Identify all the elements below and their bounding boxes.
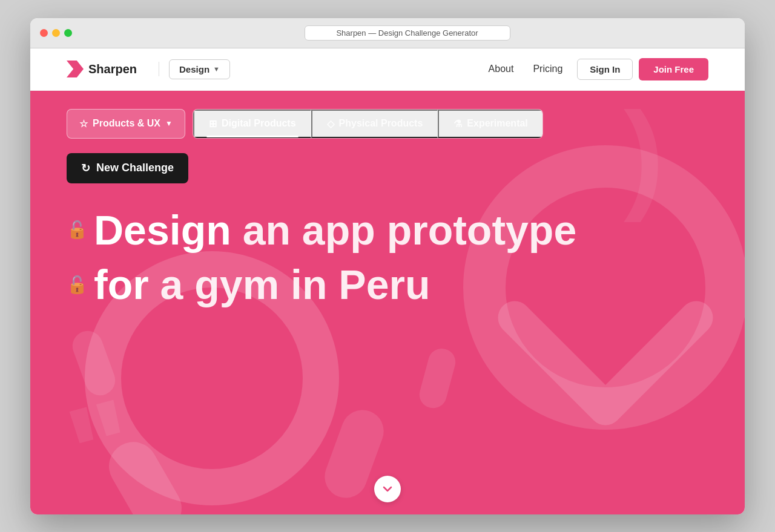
logo-area: Sharpen	[67, 61, 137, 77]
nav-links: About Pricing	[489, 64, 563, 74]
chevron-down-icon: ▼	[213, 65, 220, 73]
scroll-indicator[interactable]	[374, 476, 401, 502]
svg-rect-2	[100, 433, 190, 514]
flask-icon: ⚗	[453, 118, 462, 130]
digital-products-label: Digital Products	[222, 118, 296, 129]
new-challenge-label: New Challenge	[96, 162, 174, 174]
svg-text:": "	[53, 369, 153, 514]
diamond-icon: ◇	[327, 118, 334, 130]
svg-rect-5	[417, 346, 458, 411]
refresh-icon: ↻	[81, 162, 90, 175]
svg-rect-4	[68, 326, 120, 399]
join-free-button[interactable]: Join Free	[639, 58, 708, 80]
logo-text: Sharpen	[88, 62, 137, 76]
physical-products-tab[interactable]: ◇ Physical Products	[311, 110, 438, 138]
design-label: Design	[179, 64, 209, 74]
navbar: Sharpen Design ▼ About Pricing Sign In J…	[30, 48, 745, 91]
traffic-light-yellow[interactable]	[52, 29, 60, 37]
challenge-verb-2: for	[94, 261, 149, 307]
lock-icon-2: 🔓	[67, 275, 88, 295]
physical-products-label: Physical Products	[339, 118, 423, 129]
logo-divider	[159, 62, 159, 76]
experimental-label: Experimental	[467, 118, 527, 129]
products-ux-chevron-icon: ▼	[165, 119, 173, 128]
challenge-verb-1: Design	[94, 207, 231, 253]
browser-window: Sharpen — Design Challenge Generator Sha…	[30, 18, 745, 514]
design-dropdown-button[interactable]: Design ▼	[169, 59, 230, 79]
lock-icon-1: 🔓	[67, 220, 88, 240]
category-tabs: ☆ Products & UX ▼ ⊞ Digital Products ◇ P…	[67, 109, 708, 139]
star-icon: ☆	[79, 118, 88, 130]
digital-products-tab[interactable]: ⊞ Digital Products	[193, 110, 311, 138]
signin-button[interactable]: Sign In	[577, 59, 633, 80]
challenge-rest-1-text: an app prototype	[243, 207, 577, 253]
challenge-line-2-text: for a gym in Peru	[94, 262, 430, 307]
address-bar: Sharpen — Design Challenge Generator	[79, 25, 735, 41]
new-challenge-button[interactable]: ↻ New Challenge	[67, 153, 188, 183]
challenge-line-1: 🔓 Design an app prototype	[67, 208, 708, 253]
experimental-tab[interactable]: ⚗ Experimental	[438, 110, 542, 138]
pricing-link[interactable]: Pricing	[533, 64, 562, 74]
traffic-light-green[interactable]	[64, 29, 72, 37]
browser-chrome: Sharpen — Design Challenge Generator	[30, 18, 745, 48]
main-content: " ) ☆ Products & UX ▼ ⊞ Digital Products…	[30, 91, 745, 514]
chevron-down-icon	[382, 484, 393, 494]
products-ux-label: Products & UX	[93, 118, 160, 129]
logo-icon	[67, 61, 84, 77]
about-link[interactable]: About	[489, 64, 514, 74]
page-title[interactable]: Sharpen — Design Challenge Generator	[305, 25, 510, 41]
products-ux-tab[interactable]: ☆ Products & UX ▼	[67, 109, 185, 139]
grid-icon: ⊞	[209, 118, 217, 130]
challenge-rest-2-text: a gym in Peru	[160, 261, 430, 307]
challenge-line-2: 🔓 for a gym in Peru	[67, 262, 708, 307]
challenge-line-1-text: Design an app prototype	[94, 208, 576, 253]
traffic-lights	[40, 29, 72, 37]
traffic-light-red[interactable]	[40, 29, 48, 37]
tabs-group: ⊞ Digital Products ◇ Physical Products ⚗…	[193, 109, 543, 139]
challenge-text: 🔓 Design an app prototype 🔓 for a gym in…	[67, 208, 708, 308]
